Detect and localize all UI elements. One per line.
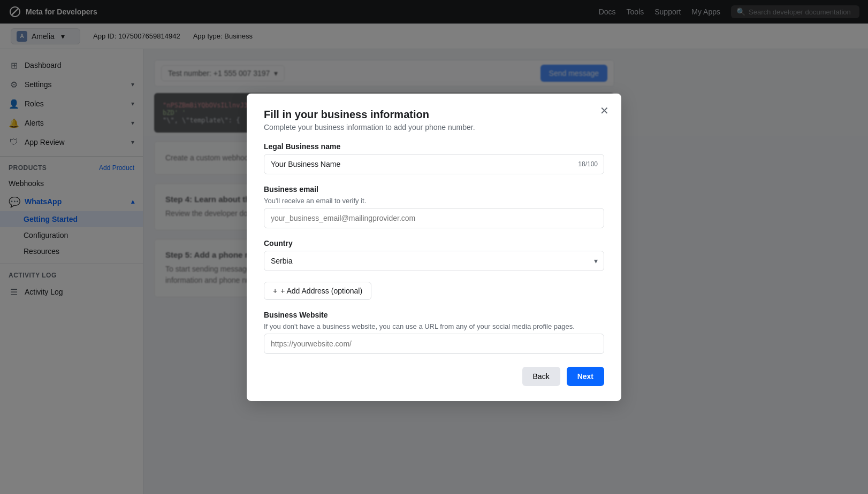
country-label: Country (264, 239, 604, 248)
add-address-group: + + Add Address (optional) (264, 282, 604, 300)
modal-subtitle: Complete your business information to ad… (264, 123, 604, 132)
email-sublabel: You'll receive an email to verify it. (264, 197, 604, 205)
add-address-button[interactable]: + + Add Address (optional) (264, 282, 371, 300)
plus-icon: + (273, 287, 277, 295)
website-label: Business Website (264, 311, 604, 319)
next-button[interactable]: Next (567, 367, 604, 386)
modal-footer: Back Next (264, 367, 604, 386)
modal-title: Fill in your business information (264, 109, 604, 121)
email-group: Business email You'll receive an email t… (264, 185, 604, 228)
email-label: Business email (264, 185, 604, 194)
email-input[interactable] (264, 208, 604, 228)
business-info-modal: Fill in your business information Comple… (247, 94, 621, 401)
add-address-label: + Add Address (optional) (280, 287, 362, 295)
country-select[interactable]: Serbia United States United Kingdom Germ… (264, 251, 604, 271)
modal-overlay: Fill in your business information Comple… (0, 0, 868, 494)
country-select-wrapper: Serbia United States United Kingdom Germ… (264, 251, 604, 271)
char-count: 18/100 (578, 160, 598, 168)
legal-name-group: Legal Business name 18/100 (264, 142, 604, 174)
legal-name-input[interactable] (264, 154, 604, 174)
legal-name-input-wrapper: 18/100 (264, 154, 604, 174)
website-input[interactable] (264, 334, 604, 354)
website-group: Business Website If you don't have a bus… (264, 311, 604, 354)
website-sublabel: If you don't have a business website, yo… (264, 322, 604, 330)
back-button[interactable]: Back (522, 367, 560, 386)
legal-name-label: Legal Business name (264, 142, 604, 151)
modal-close-button[interactable]: ✕ (596, 102, 613, 119)
close-icon: ✕ (600, 104, 609, 117)
country-group: Country Serbia United States United King… (264, 239, 604, 271)
